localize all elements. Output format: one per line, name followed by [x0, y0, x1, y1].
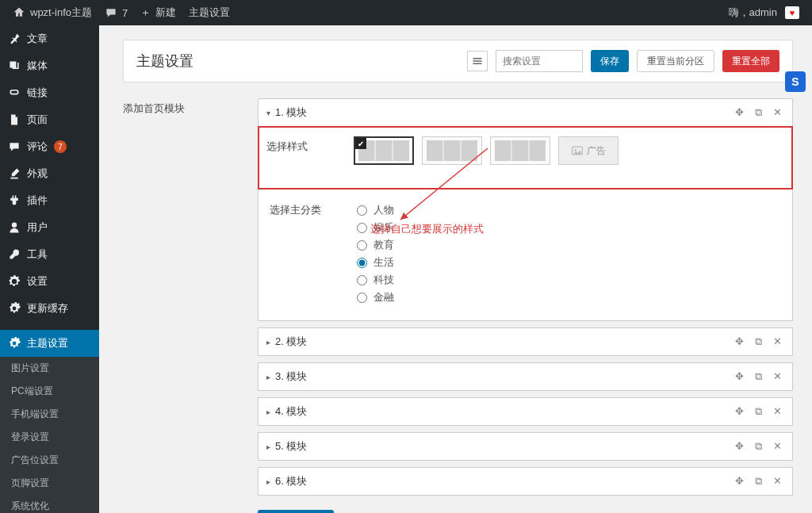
sidebar-item-4[interactable]: 评论7: [0, 133, 99, 160]
module-4: ▸ 4. 模块 ✥ ⧉ ✕: [258, 397, 793, 426]
search-input[interactable]: [496, 50, 583, 72]
sidebar-item-5[interactable]: 外观: [0, 160, 99, 187]
sidebar-item-label: 主题设置: [27, 336, 68, 350]
expand-all-button[interactable]: [467, 51, 488, 71]
close-icon[interactable]: ✕: [770, 106, 784, 119]
gear-icon: [8, 302, 21, 315]
sidebar-item-label: 插件: [27, 193, 48, 208]
category-label: 人物: [373, 203, 394, 217]
close-icon[interactable]: ✕: [770, 370, 784, 383]
module-header[interactable]: ▾ 1. 模块 ✥ ⧉ ✕: [259, 99, 792, 126]
module-header[interactable]: ▸ 2. 模块 ✥ ⧉ ✕: [259, 328, 792, 355]
category-option[interactable]: 娱乐: [357, 220, 394, 235]
clone-icon[interactable]: ⧉: [751, 440, 765, 453]
close-icon[interactable]: ✕: [770, 335, 784, 348]
admin-sidebar: 文章媒体链接页面评论7外观插件用户工具设置更新缓存主题设置 图片设置PC端设置手…: [0, 25, 99, 513]
category-option[interactable]: 教育: [357, 238, 394, 252]
style-option-3[interactable]: [490, 136, 550, 165]
plugin-icon: [8, 194, 21, 207]
category-option[interactable]: 生活: [357, 255, 394, 270]
radio-input[interactable]: [357, 293, 367, 303]
sidebar-item-10[interactable]: 更新缓存: [0, 295, 99, 322]
sidebar-item-8[interactable]: 工具: [0, 241, 99, 268]
submenu-item-1[interactable]: PC端设置: [0, 380, 99, 403]
move-icon[interactable]: ✥: [732, 370, 746, 383]
category-label: 生活: [373, 255, 394, 270]
submenu-item-2[interactable]: 手机端设置: [0, 403, 99, 426]
style-option-2[interactable]: [422, 136, 482, 165]
sidebar-item-2[interactable]: 链接: [0, 79, 99, 106]
close-icon[interactable]: ✕: [770, 405, 784, 418]
move-icon[interactable]: ✥: [732, 440, 746, 453]
admin-bar: wpzt-info主题 7 ＋ 新建 主题设置 嗨，admin ♥: [0, 0, 812, 25]
clone-icon[interactable]: ⧉: [751, 475, 765, 488]
adminbar-site[interactable]: wpzt-info主题: [6, 0, 98, 25]
module-5: ▸ 5. 模块 ✥ ⧉ ✕: [258, 432, 793, 461]
reset-all-button[interactable]: 重置全部: [722, 50, 779, 72]
move-icon[interactable]: ✥: [732, 106, 746, 119]
radio-input[interactable]: [357, 205, 367, 216]
category-label: 教育: [373, 238, 394, 252]
sidebar-item-1[interactable]: 媒体: [0, 52, 99, 79]
sidebar-item-7[interactable]: 用户: [0, 214, 99, 241]
submenu-item-4[interactable]: 广告位设置: [0, 449, 99, 472]
clone-icon[interactable]: ⧉: [751, 335, 765, 348]
module-header[interactable]: ▸ 5. 模块 ✥ ⧉ ✕: [259, 433, 792, 460]
clone-icon[interactable]: ⧉: [751, 370, 765, 383]
category-label: 娱乐: [373, 220, 394, 235]
module-title: 4. 模块: [275, 404, 732, 419]
add-module-button[interactable]: 添加首页模块: [258, 510, 334, 513]
module-6: ▸ 6. 模块 ✥ ⧉ ✕: [258, 467, 793, 496]
sidebar-item-3[interactable]: 页面: [0, 106, 99, 133]
category-option[interactable]: 金融: [357, 290, 394, 304]
clone-icon[interactable]: ⧉: [751, 405, 765, 418]
sidebar-item-label: 用户: [27, 220, 48, 235]
check-icon: ✔: [355, 138, 366, 149]
sidebar-item-0[interactable]: 文章: [0, 25, 99, 52]
module-body: 选择样式 ✔ 广告 选择主分类 人物娱乐教育生活科技金融: [259, 126, 792, 320]
plus-icon: ＋: [140, 6, 151, 20]
sidebar-item-label: 链接: [27, 86, 48, 100]
category-section-label: 选择主分类: [270, 200, 357, 308]
floating-logo[interactable]: S: [785, 71, 806, 92]
save-button[interactable]: 保存: [591, 50, 629, 72]
adminbar-user[interactable]: 嗨，admin ♥: [722, 0, 806, 25]
adminbar-theme-settings[interactable]: 主题设置: [182, 0, 236, 25]
module-header[interactable]: ▸ 4. 模块 ✥ ⧉ ✕: [259, 398, 792, 425]
adminbar-new[interactable]: ＋ 新建: [134, 0, 182, 25]
style-option-1[interactable]: ✔: [354, 136, 414, 165]
page-title: 主题设置: [136, 52, 459, 71]
radio-input[interactable]: [357, 240, 367, 251]
svg-point-2: [574, 149, 576, 151]
clone-icon[interactable]: ⧉: [751, 106, 765, 119]
category-option[interactable]: 科技: [357, 273, 394, 287]
content-area: S 主题设置 保存 重置当前分区 重置全部 添加首页模块 ▾ 1. 模块 ✥ ⧉…: [99, 25, 812, 513]
sidebar-item-label: 工具: [27, 247, 48, 262]
submenu-item-0[interactable]: 图片设置: [0, 357, 99, 380]
module-2: ▸ 2. 模块 ✥ ⧉ ✕: [258, 327, 793, 356]
radio-input[interactable]: [357, 275, 367, 285]
move-icon[interactable]: ✥: [732, 405, 746, 418]
category-option[interactable]: 人物: [357, 203, 394, 217]
submenu-item-3[interactable]: 登录设置: [0, 426, 99, 449]
module-header[interactable]: ▸ 3. 模块 ✥ ⧉ ✕: [259, 363, 792, 390]
move-icon[interactable]: ✥: [732, 335, 746, 348]
radio-input[interactable]: [357, 258, 367, 268]
sidebar-item-11[interactable]: 主题设置: [0, 330, 99, 357]
radio-input[interactable]: [357, 223, 367, 233]
close-icon[interactable]: ✕: [770, 475, 784, 488]
submenu-item-5[interactable]: 页脚设置: [0, 472, 99, 495]
comment-icon: [8, 140, 21, 153]
style-options: ✔ 广告: [354, 136, 619, 165]
sidebar-item-6[interactable]: 插件: [0, 187, 99, 214]
move-icon[interactable]: ✥: [732, 475, 746, 488]
sidebar-item-9[interactable]: 设置: [0, 268, 99, 295]
module-header[interactable]: ▸ 6. 模块 ✥ ⧉ ✕: [259, 468, 792, 495]
style-option-ad[interactable]: 广告: [558, 136, 619, 165]
submenu-item-6[interactable]: 系统优化: [0, 495, 99, 513]
adminbar-comments[interactable]: 7: [98, 0, 134, 25]
close-icon[interactable]: ✕: [770, 440, 784, 453]
reset-section-button[interactable]: 重置当前分区: [637, 50, 714, 72]
module-title: 6. 模块: [275, 474, 732, 488]
module-title: 5. 模块: [275, 439, 732, 454]
